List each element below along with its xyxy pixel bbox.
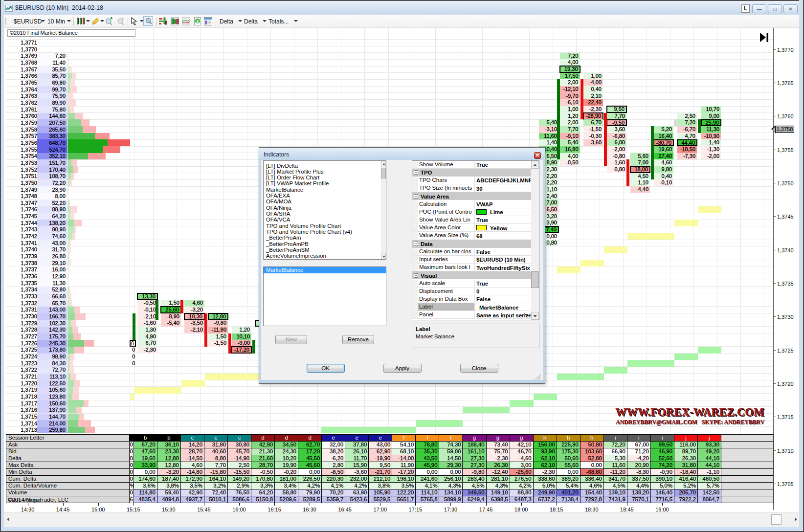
svg-text:$: $ (196, 19, 199, 24)
